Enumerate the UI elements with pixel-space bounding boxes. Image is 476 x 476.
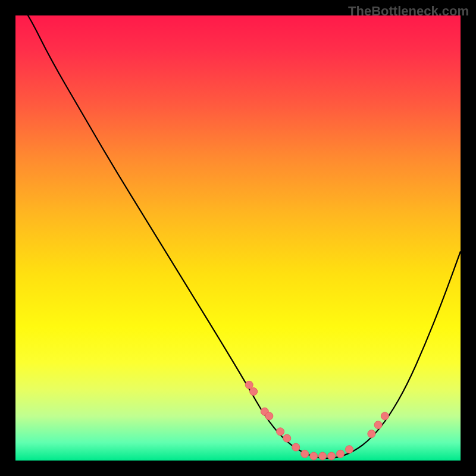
- chart-plot-area: [15, 15, 461, 461]
- bottleneck-curve: [15, 15, 461, 458]
- data-point: [245, 381, 253, 389]
- data-point: [301, 450, 309, 458]
- watermark-text: TheBottleneck.com: [348, 4, 469, 19]
- marker-group: [245, 381, 389, 460]
- data-point: [265, 412, 273, 420]
- data-point: [337, 450, 345, 458]
- chart-svg: [15, 15, 461, 461]
- data-point: [283, 434, 291, 442]
- data-point: [310, 452, 318, 460]
- data-point: [381, 412, 389, 420]
- data-point: [277, 428, 284, 436]
- data-point: [328, 452, 336, 460]
- data-point: [250, 388, 258, 396]
- data-point: [346, 446, 353, 453]
- data-point: [368, 430, 375, 438]
- data-point: [319, 452, 327, 460]
- data-point: [292, 443, 300, 451]
- data-point: [374, 421, 382, 429]
